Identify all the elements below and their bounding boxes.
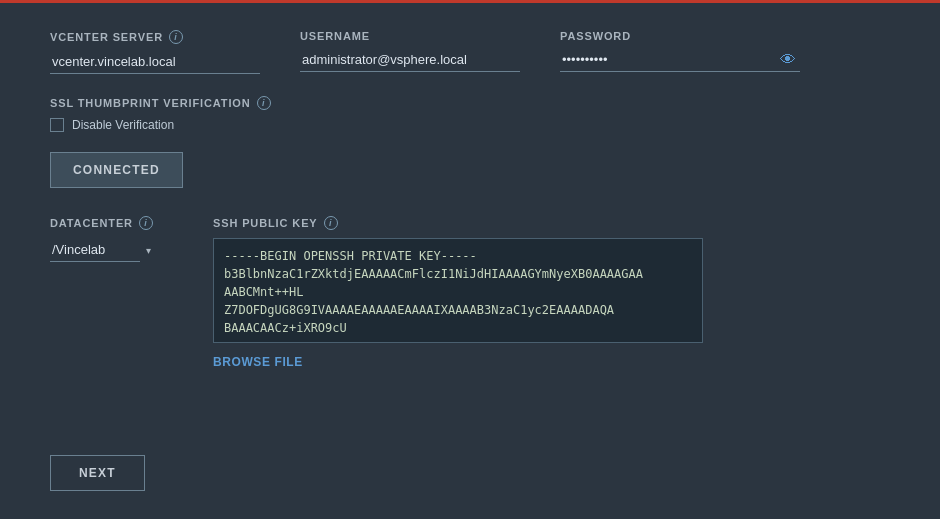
ssl-section: SSL THUMBPRINT VERIFICATION i Disable Ve… [50, 96, 890, 132]
browse-file-link[interactable]: BROWSE FILE [213, 355, 890, 369]
password-field-group: PASSWORD 👁 [560, 30, 800, 72]
username-input[interactable] [300, 48, 520, 72]
top-border-decoration [0, 0, 940, 3]
datacenter-info-icon[interactable]: i [139, 216, 153, 230]
username-label: USERNAME [300, 30, 520, 42]
datacenter-select[interactable]: /Vincelab [50, 238, 140, 262]
ssl-disable-checkbox[interactable] [50, 118, 64, 132]
connected-button[interactable]: CONNECTED [50, 152, 183, 188]
password-input-wrapper: 👁 [560, 48, 800, 72]
ssh-section: SSH PUBLIC KEY i -----BEGIN OPENSSH PRIV… [213, 216, 890, 369]
vcenter-info-icon[interactable]: i [169, 30, 183, 44]
ssh-textarea[interactable]: -----BEGIN OPENSSH PRIVATE KEY----- b3Bl… [213, 238, 703, 343]
ssl-label: SSL THUMBPRINT VERIFICATION i [50, 96, 890, 110]
ssl-info-icon[interactable]: i [257, 96, 271, 110]
next-button[interactable]: NEXT [50, 455, 145, 491]
datacenter-select-wrapper: /Vincelab ▾ [50, 238, 153, 262]
password-toggle-icon[interactable]: 👁 [780, 51, 796, 69]
ssl-checkbox-row: Disable Verification [50, 118, 890, 132]
datacenter-label: DATACENTER i [50, 216, 153, 230]
username-field-group: USERNAME [300, 30, 520, 72]
datacenter-chevron-icon: ▾ [146, 245, 151, 256]
ssl-checkbox-label: Disable Verification [72, 118, 174, 132]
username-input-wrapper [300, 48, 520, 72]
password-input[interactable] [560, 48, 800, 72]
password-label: PASSWORD [560, 30, 800, 42]
bottom-section: DATACENTER i /Vincelab ▾ SSH PUBLIC KEY … [50, 216, 890, 369]
vcenter-label: VCENTER SERVER i [50, 30, 260, 44]
datacenter-section: DATACENTER i /Vincelab ▾ [50, 216, 153, 262]
vcenter-input-wrapper [50, 50, 260, 74]
vcenter-field-group: VCENTER SERVER i [50, 30, 260, 74]
vcenter-input[interactable] [50, 50, 260, 74]
ssh-label: SSH PUBLIC KEY i [213, 216, 890, 230]
ssh-info-icon[interactable]: i [324, 216, 338, 230]
